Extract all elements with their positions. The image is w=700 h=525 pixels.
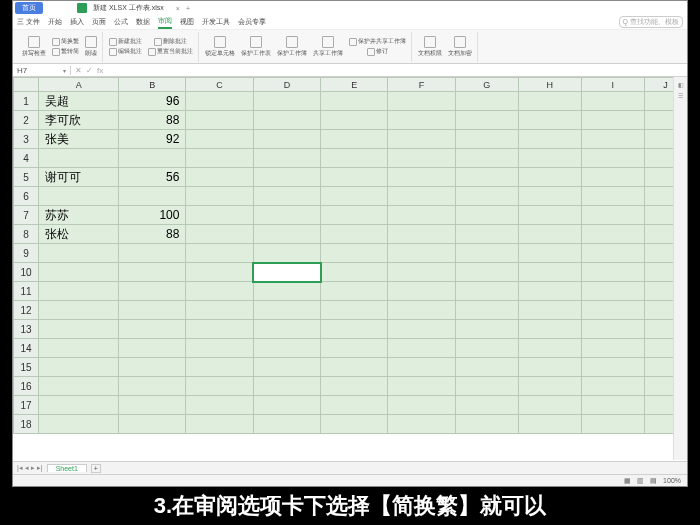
cell[interactable] bbox=[39, 415, 119, 434]
cell[interactable] bbox=[39, 320, 119, 339]
cell[interactable]: 谢可可 bbox=[39, 168, 119, 187]
cell[interactable] bbox=[186, 339, 253, 358]
cell[interactable] bbox=[581, 187, 644, 206]
cell[interactable]: 88 bbox=[119, 225, 186, 244]
row-header[interactable]: 12 bbox=[14, 301, 39, 320]
cell[interactable] bbox=[119, 244, 186, 263]
cell[interactable]: 92 bbox=[119, 130, 186, 149]
cell[interactable] bbox=[455, 168, 518, 187]
cell[interactable] bbox=[388, 92, 455, 111]
cell[interactable] bbox=[119, 187, 186, 206]
readaloud-button[interactable]: 朗读 bbox=[83, 36, 99, 58]
menu-tab[interactable]: 数据 bbox=[136, 17, 150, 27]
cell[interactable] bbox=[581, 339, 644, 358]
menu-tab[interactable]: 开发工具 bbox=[202, 17, 230, 27]
cell[interactable] bbox=[39, 282, 119, 301]
cell[interactable] bbox=[119, 377, 186, 396]
cell[interactable] bbox=[321, 111, 388, 130]
cell[interactable] bbox=[581, 263, 644, 282]
simp-to-trad-button[interactable]: 简换繁 bbox=[50, 37, 81, 46]
cell[interactable] bbox=[388, 358, 455, 377]
share-book-button[interactable]: 共享工作簿 bbox=[311, 36, 345, 58]
cell[interactable] bbox=[581, 377, 644, 396]
row-header[interactable]: 15 bbox=[14, 358, 39, 377]
row-header[interactable]: 3 bbox=[14, 130, 39, 149]
column-header[interactable]: G bbox=[455, 78, 518, 92]
cell[interactable] bbox=[119, 358, 186, 377]
cell[interactable]: 96 bbox=[119, 92, 186, 111]
protect-share-button[interactable]: 保护并共享工作簿 bbox=[347, 37, 408, 46]
cell[interactable] bbox=[581, 415, 644, 434]
cell[interactable] bbox=[321, 187, 388, 206]
column-header[interactable]: A bbox=[39, 78, 119, 92]
cell[interactable] bbox=[186, 130, 253, 149]
cell[interactable] bbox=[119, 415, 186, 434]
cell[interactable] bbox=[518, 187, 581, 206]
cell[interactable] bbox=[253, 92, 320, 111]
sheet-nav-first-icon[interactable]: |◂ bbox=[17, 464, 23, 472]
cell[interactable] bbox=[518, 206, 581, 225]
menu-tab[interactable]: 公式 bbox=[114, 17, 128, 27]
reset-comment-button[interactable]: 重置当前批注 bbox=[146, 47, 195, 56]
cell[interactable] bbox=[518, 320, 581, 339]
cell[interactable] bbox=[253, 263, 320, 282]
track-changes-button[interactable]: 修订 bbox=[347, 47, 408, 56]
select-all-corner[interactable] bbox=[14, 78, 39, 92]
doc-auth-button[interactable]: 文档权限 bbox=[416, 36, 444, 58]
edit-comment-button[interactable]: 编辑批注 bbox=[107, 47, 144, 56]
cell[interactable] bbox=[186, 282, 253, 301]
row-header[interactable]: 14 bbox=[14, 339, 39, 358]
cell[interactable] bbox=[455, 377, 518, 396]
menu-tab[interactable]: 视图 bbox=[180, 17, 194, 27]
ribbon-search[interactable]: Q 查找功能、模板 bbox=[619, 16, 683, 28]
cell[interactable]: 吴超 bbox=[39, 92, 119, 111]
cell[interactable] bbox=[518, 149, 581, 168]
sheet-tab[interactable]: Sheet1 bbox=[47, 464, 87, 472]
menu-tab[interactable]: 会员专享 bbox=[238, 17, 266, 27]
sheet-nav-last-icon[interactable]: ▸| bbox=[37, 464, 43, 472]
cell[interactable] bbox=[388, 339, 455, 358]
cell[interactable] bbox=[186, 225, 253, 244]
cell[interactable] bbox=[388, 244, 455, 263]
cell[interactable] bbox=[321, 244, 388, 263]
cell[interactable] bbox=[455, 244, 518, 263]
menu-tab[interactable]: 插入 bbox=[70, 17, 84, 27]
column-header[interactable]: C bbox=[186, 78, 253, 92]
cell[interactable] bbox=[39, 301, 119, 320]
cell[interactable] bbox=[455, 415, 518, 434]
cell[interactable] bbox=[518, 225, 581, 244]
cell[interactable] bbox=[253, 320, 320, 339]
row-header[interactable]: 5 bbox=[14, 168, 39, 187]
cell[interactable] bbox=[455, 130, 518, 149]
cell[interactable] bbox=[518, 415, 581, 434]
cell[interactable] bbox=[119, 339, 186, 358]
cell[interactable] bbox=[253, 149, 320, 168]
row-header[interactable]: 8 bbox=[14, 225, 39, 244]
protect-sheet-button[interactable]: 保护工作表 bbox=[239, 36, 273, 58]
cell[interactable] bbox=[388, 130, 455, 149]
cell[interactable] bbox=[518, 168, 581, 187]
cell[interactable] bbox=[581, 111, 644, 130]
column-header[interactable]: F bbox=[388, 78, 455, 92]
zoom-level[interactable]: 100% bbox=[663, 477, 681, 484]
cell[interactable] bbox=[581, 244, 644, 263]
row-header[interactable]: 13 bbox=[14, 320, 39, 339]
cell[interactable] bbox=[388, 168, 455, 187]
new-comment-button[interactable]: 新建批注 bbox=[107, 37, 144, 46]
cell[interactable] bbox=[253, 358, 320, 377]
cell[interactable] bbox=[186, 244, 253, 263]
name-box[interactable]: H7 ▾ bbox=[13, 66, 71, 75]
protect-book-button[interactable]: 保护工作簿 bbox=[275, 36, 309, 58]
cell[interactable] bbox=[388, 396, 455, 415]
cell[interactable] bbox=[119, 320, 186, 339]
cell[interactable] bbox=[186, 187, 253, 206]
cell[interactable] bbox=[119, 282, 186, 301]
row-header[interactable]: 4 bbox=[14, 149, 39, 168]
cell[interactable] bbox=[455, 263, 518, 282]
trad-to-simp-button[interactable]: 繁转简 bbox=[50, 47, 81, 56]
column-header[interactable]: E bbox=[321, 78, 388, 92]
cell[interactable] bbox=[388, 149, 455, 168]
menu-tab[interactable]: 开始 bbox=[48, 17, 62, 27]
cell[interactable] bbox=[455, 206, 518, 225]
cell[interactable] bbox=[518, 339, 581, 358]
